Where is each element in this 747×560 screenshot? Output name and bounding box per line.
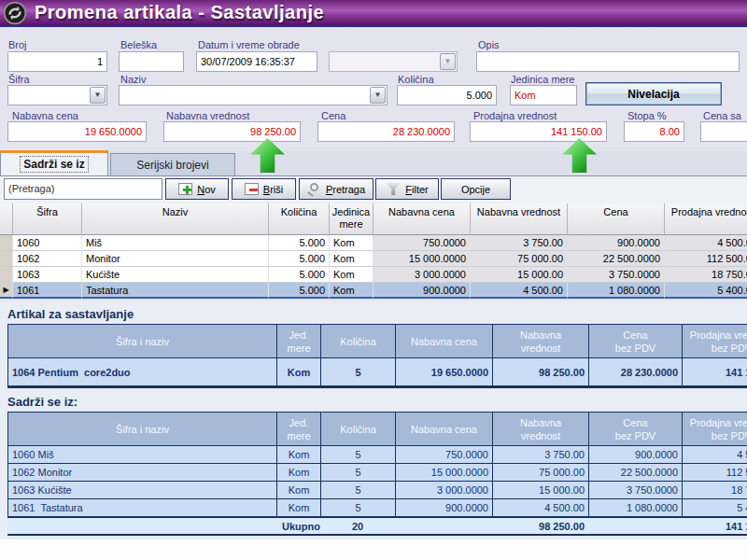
opcije-button[interactable]: Opcije (441, 178, 511, 200)
col-header-nabavna-vrednost[interactable]: Nabavna vrednost (471, 203, 568, 235)
cell-cena[interactable]: 900.0000 (568, 235, 665, 251)
col-nabavna-cena: Nabavna cena (396, 325, 493, 358)
cell-prodajna-vrednost[interactable]: 4 500.00 (665, 235, 747, 251)
cell-kolicina[interactable]: 5.000 (269, 251, 330, 267)
nabavna-vrednost-field[interactable]: 98 250.00 (163, 121, 301, 142)
chevron-down-icon[interactable]: ▼ (440, 53, 456, 70)
cell-sifra[interactable]: 1063 (13, 267, 82, 283)
cell-nabavna-cena: 19 650.0000 (396, 358, 493, 386)
col-jed-mere: Jed. mere (277, 325, 321, 358)
stopa-field[interactable]: 8.00 (624, 121, 684, 142)
table-row[interactable]: 1063 Kućište 5.000 Kom 3 000.0000 15 000… (0, 267, 747, 283)
chevron-down-icon[interactable]: ▼ (370, 87, 386, 104)
list-item: 1062 Monitor Kom 5 15 000.0000 75 000.00… (8, 464, 747, 482)
col-header-jedinica[interactable]: Jedinica mere (330, 203, 374, 235)
cell-nabavna-vrednost[interactable]: 15 000.00 (471, 267, 568, 283)
cena-sa-field[interactable] (700, 121, 747, 142)
cell-kolicina[interactable]: 5.000 (269, 283, 330, 299)
table-row[interactable]: 1060 Miš 5.000 Kom 750.0000 3 750.00 900… (0, 235, 747, 251)
col-nabavna-vrednost: Nabavna vrednost (493, 413, 589, 446)
cell-prodajna-vrednost[interactable]: 18 750.00 (665, 267, 747, 283)
prodajna-vrednost-label: Prodajna vrednost (473, 110, 557, 121)
nabavna-cena-field[interactable]: 19 650.0000 (7, 121, 147, 142)
cell-nabavna-vrednost: 3 750.00 (493, 446, 589, 464)
tip-dokumenta-combo[interactable]: Sastavljanje ▼ (329, 51, 458, 72)
cell-naziv[interactable]: Miš (82, 235, 269, 251)
cell-nabavna-cena[interactable]: 900.0000 (374, 283, 471, 299)
filter-icon (386, 183, 401, 195)
sifra-label: Šifra (8, 74, 30, 85)
jedinica-mere-field[interactable]: Kom (510, 85, 577, 105)
cell-prodajna-vrednost[interactable]: 112 500.00 (665, 251, 747, 267)
cell-sifra[interactable]: 1061 (13, 283, 82, 299)
col-header-cena[interactable]: Cena (568, 203, 665, 235)
cell-sifra[interactable]: 1062 (13, 251, 82, 267)
col-header-kolicina[interactable]: Količina (269, 203, 330, 235)
cell-nabavna-vrednost: 4 500.00 (493, 499, 589, 517)
row-indicator-header (0, 203, 13, 235)
naziv-label: Naziv (120, 74, 147, 85)
brisi-button[interactable]: Briši (232, 178, 296, 200)
cell-nabavna-cena[interactable]: 750.0000 (374, 235, 471, 251)
col-nabavna-cena: Nabavna cena (396, 413, 493, 446)
cell-cena[interactable]: 1 080.0000 (568, 283, 665, 299)
table-row[interactable]: 1062 Monitor 5.000 Kom 15 000.0000 75 00… (0, 251, 747, 267)
datum-field[interactable]: 30/07/2009 16:35:37 (196, 51, 317, 72)
cell-jedinica[interactable]: Kom (330, 235, 374, 251)
nov-label: Nov (197, 184, 216, 195)
chevron-down-icon[interactable]: ▼ (90, 87, 106, 104)
cell-jedinica[interactable]: Kom (330, 251, 374, 267)
cell-jedinica[interactable]: Kom (330, 267, 374, 283)
cell-kolicina: 5 (321, 446, 396, 464)
col-cena-bez-pdv: Cena bez PDV (589, 325, 683, 358)
cell-cena[interactable]: 3 750.0000 (568, 267, 665, 283)
cell-kolicina: 5 (321, 464, 396, 482)
cell-nabavna-cena: 3 000.0000 (396, 482, 493, 499)
cell-kolicina[interactable]: 5.000 (269, 267, 330, 283)
cell-cena[interactable]: 22 500.0000 (568, 251, 665, 267)
kolicina-field[interactable]: 5.000 (397, 85, 497, 105)
cell-kolicina[interactable]: 5.000 (269, 235, 330, 251)
total-kolicina: 20 (320, 518, 395, 534)
cell-jedinica[interactable]: Kom (330, 283, 374, 299)
grid-header-row: Šifra Naziv Količina Jedinica mere Nabav… (0, 203, 747, 235)
cell-nabavna-cena[interactable]: 3 000.0000 (374, 267, 471, 283)
beleska-field[interactable] (119, 51, 184, 72)
col-header-nabavna-cena[interactable]: Nabavna cena (374, 203, 471, 235)
filter-button[interactable]: Filter (375, 178, 439, 200)
cell-prodajna-vrednost[interactable]: 5 400.00 (665, 283, 747, 299)
cell-nabavna-vrednost[interactable]: 3 750.00 (471, 235, 568, 251)
col-header-sifra[interactable]: Šifra (13, 203, 82, 235)
stopa-label: Stopa % (627, 110, 667, 121)
col-sifra-i-naziv: Šifra i naziv (8, 413, 277, 446)
tab-sadrzi-se-iz[interactable]: Sadrži se iz (0, 150, 108, 175)
tab-label: Serijski brojevi (136, 159, 208, 172)
col-header-naziv[interactable]: Naziv (82, 203, 269, 235)
nivelacija-button[interactable]: Nivelacija (585, 82, 722, 105)
cell-sifra[interactable]: 1060 (13, 235, 82, 251)
cell-naziv[interactable]: Kućište (82, 267, 269, 283)
sifra-combo[interactable]: 1064 ▼ (7, 85, 107, 105)
beleska-label: Beleška (120, 39, 157, 50)
opcije-label: Opcije (461, 184, 490, 195)
cena-label: Cena (321, 110, 345, 121)
opis-field[interactable] (476, 51, 740, 72)
tab-serijski-brojevi[interactable]: Serijski brojevi (110, 153, 235, 175)
cena-field[interactable]: 28 230.0000 (317, 121, 455, 142)
prodajna-vrednost-field[interactable]: 141 150.00 (470, 121, 607, 142)
nov-button[interactable]: Nov (165, 178, 229, 200)
cell-nabavna-cena[interactable]: 15 000.0000 (374, 251, 471, 267)
cell-kolicina: 5 (321, 358, 396, 386)
tab-strip: Sadrži se iz Serijski brojevi (0, 151, 747, 176)
cell-nabavna-vrednost[interactable]: 75 000.00 (471, 251, 568, 267)
col-jed-mere: Jed. mere (277, 413, 321, 446)
pretraga-button[interactable]: Pretraga (299, 178, 374, 200)
cell-naziv[interactable]: Monitor (82, 251, 269, 267)
naziv-combo[interactable]: Pentium core2duo ▼ (119, 85, 388, 105)
cell-naziv[interactable]: Tastatura (82, 283, 269, 299)
search-input[interactable]: (Pretraga) (4, 178, 162, 200)
table-row-selected[interactable]: ▶ 1061 Tastatura 5.000 Kom 900.0000 4 50… (0, 283, 747, 299)
broj-field[interactable]: 1 (7, 51, 107, 72)
col-header-prodajna-vrednost[interactable]: Prodajna vrednost (665, 203, 747, 235)
cell-nabavna-vrednost[interactable]: 4 500.00 (471, 283, 568, 299)
